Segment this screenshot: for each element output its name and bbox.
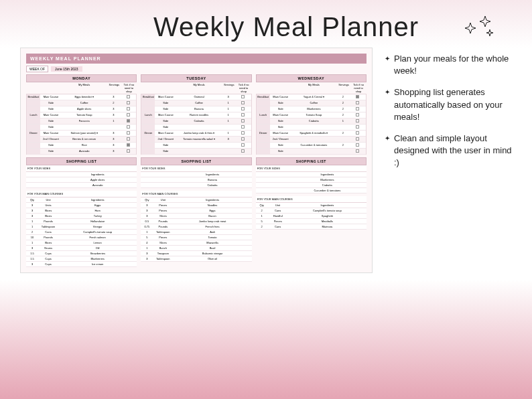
servings-input[interactable]: 2 xyxy=(336,94,350,100)
shop-checkbox[interactable] xyxy=(241,101,245,104)
shop-checkbox[interactable] xyxy=(356,119,359,123)
shop-checkbox[interactable] xyxy=(356,95,359,98)
servings-input[interactable]: 1 xyxy=(222,100,235,106)
course-label: Main Course xyxy=(270,131,291,136)
servings-input[interactable]: 2 xyxy=(336,100,350,106)
shop-checkbox[interactable] xyxy=(356,101,359,104)
meal-input[interactable]: Focaccia xyxy=(62,118,107,124)
meal-input[interactable] xyxy=(176,125,221,130)
servings-input[interactable]: 3 xyxy=(107,112,120,118)
servings-input[interactable]: 2 xyxy=(336,112,350,118)
meal-input[interactable]: Oatmeal xyxy=(176,94,221,100)
meal-input[interactable] xyxy=(291,137,336,142)
shop-checkbox[interactable] xyxy=(241,119,245,123)
meal-input[interactable] xyxy=(291,125,336,130)
servings-input[interactable]: 3 xyxy=(107,149,120,154)
meal-input[interactable]: Rice xyxy=(62,143,107,148)
meal-input[interactable]: Ramen noodles xyxy=(176,112,221,118)
servings-input[interactable]: 3 xyxy=(107,131,120,136)
meal-input[interactable]: Blueberries xyxy=(291,106,336,112)
shop-checkbox[interactable] xyxy=(241,125,245,129)
meal-input[interactable]: Cucumber & tomatoes xyxy=(291,143,336,148)
meal-input[interactable]: Spaghetti & meatballs ▾ xyxy=(291,131,336,136)
meal-row: Side Coffee 2 xyxy=(257,100,366,106)
shop-checkbox[interactable] xyxy=(356,113,359,116)
servings-input[interactable]: 3 xyxy=(107,143,120,148)
shop-checkbox[interactable] xyxy=(241,143,245,147)
shop-checkbox[interactable] xyxy=(127,95,130,98)
meal-input[interactable]: Coffee xyxy=(176,100,221,106)
meal-period-label xyxy=(257,100,270,106)
shop-checkbox[interactable] xyxy=(127,149,130,153)
shop-checkbox[interactable] xyxy=(127,143,130,147)
shop-checkbox[interactable] xyxy=(356,125,359,129)
shopping-main-row: 1 Handful Spaghetti xyxy=(256,214,367,219)
meal-input[interactable]: Banana xyxy=(176,106,221,112)
meal-input[interactable]: Tomato mozzarella salad ▾ xyxy=(176,137,221,142)
servings-input[interactable]: 2 xyxy=(336,143,350,148)
servings-input[interactable] xyxy=(222,149,235,154)
shop-checkbox[interactable] xyxy=(127,137,130,141)
shop-checkbox[interactable] xyxy=(356,143,359,147)
shop-checkbox[interactable] xyxy=(356,149,359,153)
meal-input[interactable]: Apple slices xyxy=(62,106,107,112)
shop-checkbox[interactable] xyxy=(241,149,245,153)
servings-input[interactable] xyxy=(336,137,350,142)
servings-input[interactable] xyxy=(107,125,120,130)
servings-input[interactable]: 1 xyxy=(336,118,350,124)
meal-input[interactable] xyxy=(176,143,221,148)
planner-header: WEEKLY MEAL PLANNER xyxy=(26,54,367,64)
shop-checkbox[interactable] xyxy=(127,101,130,104)
servings-input[interactable]: 1 xyxy=(107,118,120,124)
servings-input[interactable]: 3 xyxy=(107,106,120,112)
servings-input[interactable] xyxy=(222,125,235,130)
meal-input[interactable]: Coffee xyxy=(62,100,107,106)
shop-checkbox[interactable] xyxy=(127,113,130,116)
shop-checkbox[interactable] xyxy=(356,107,359,110)
servings-input[interactable]: 3 xyxy=(107,94,120,100)
servings-input[interactable] xyxy=(222,143,235,148)
shop-checkbox[interactable] xyxy=(127,107,130,110)
servings-input[interactable]: 2 xyxy=(336,106,350,112)
shop-checkbox[interactable] xyxy=(127,119,130,123)
meal-input[interactable]: Avocado xyxy=(62,149,107,154)
shop-checkbox[interactable] xyxy=(241,107,245,110)
meal-input[interactable]: Tomato Soup xyxy=(291,112,336,118)
meal-input[interactable]: Yogurt & Cereal ▾ xyxy=(291,94,336,100)
shop-checkbox[interactable] xyxy=(241,113,245,116)
meal-input[interactable] xyxy=(62,125,107,130)
meal-input[interactable]: Salmon (pan seared) ▾ xyxy=(62,131,107,136)
qty-cell: 1.5 xyxy=(26,256,38,261)
meal-input[interactable]: Jumbo lump crab & fries ▾ xyxy=(176,131,221,136)
servings-input[interactable]: 2 xyxy=(107,100,120,106)
meal-input[interactable]: Tomato Soup xyxy=(62,112,107,118)
meal-input[interactable]: Ciabatta xyxy=(176,118,221,124)
shop-checkbox[interactable] xyxy=(127,125,130,129)
unit-cell: Bunch xyxy=(153,246,173,250)
shopping-main-row: 1 Tablespoon Vinegar xyxy=(26,224,137,230)
unit-cell: Tablespoon xyxy=(153,230,173,234)
meal-input[interactable]: Berries & ice cream xyxy=(62,137,107,142)
servings-input[interactable]: 3 xyxy=(107,137,120,142)
week-of-value[interactable]: June 15th 2023 xyxy=(51,66,82,72)
meal-input[interactable] xyxy=(176,149,221,154)
servings-input[interactable]: 1 xyxy=(222,118,235,124)
servings-input[interactable]: 1 xyxy=(222,112,235,118)
shop-checkbox[interactable] xyxy=(356,137,359,141)
shop-checkbox[interactable] xyxy=(241,137,245,141)
meal-input[interactable]: Coffee xyxy=(291,100,336,106)
servings-input[interactable]: 2 xyxy=(336,131,350,136)
meal-input[interactable]: Eggs benedict ▾ xyxy=(62,94,107,100)
shop-checkbox[interactable] xyxy=(241,95,245,98)
servings-input[interactable] xyxy=(336,125,350,130)
meal-input[interactable]: Ciabatta xyxy=(291,118,336,124)
servings-input[interactable]: 1 xyxy=(222,131,235,136)
servings-input[interactable] xyxy=(336,149,350,154)
shop-checkbox[interactable] xyxy=(356,131,359,135)
servings-input[interactable]: 1 xyxy=(222,106,235,112)
servings-input[interactable]: 3 xyxy=(222,137,235,142)
meal-input[interactable] xyxy=(291,149,336,154)
servings-input[interactable]: 3 xyxy=(222,94,235,100)
shop-checkbox[interactable] xyxy=(241,131,245,135)
shop-checkbox[interactable] xyxy=(127,131,130,135)
